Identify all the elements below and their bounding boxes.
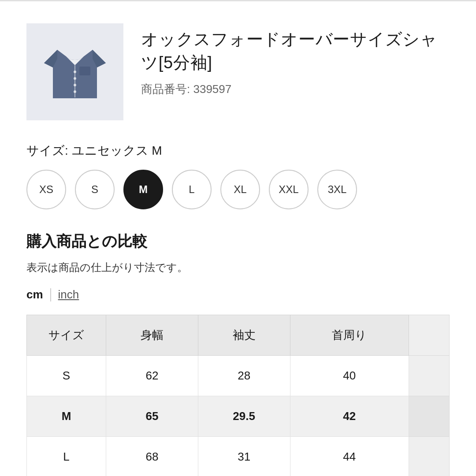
size-btn-xxl[interactable]: XXL [269, 170, 309, 209]
cell-sleeve: 28 [198, 356, 290, 396]
cell-extra-m [409, 396, 449, 437]
cell-body-width: 62 [106, 356, 198, 396]
col-header-sleeve: 袖丈 [198, 315, 290, 356]
product-image [26, 23, 123, 120]
svg-point-4 [74, 90, 76, 93]
size-btn-xs[interactable]: XS [26, 170, 66, 209]
unit-inch-button[interactable]: inch [58, 288, 79, 301]
cell-neck-m: 42 [290, 396, 409, 437]
cell-size-l: L [27, 437, 106, 476]
cell-extra-l [409, 437, 449, 476]
content-area: オックスフォードオーバーサイズシャツ[5分袖] 商品番号: 339597 サイズ… [0, 1, 476, 476]
size-section: サイズ: ユニセックス M XS S M L XL XXL 3XL [26, 142, 450, 209]
size-label: サイズ: ユニセックス M [26, 142, 450, 159]
svg-point-1 [74, 71, 76, 73]
svg-rect-5 [79, 67, 90, 75]
cell-neck: 40 [290, 356, 409, 396]
col-header-extra [409, 315, 449, 356]
col-header-size: サイズ [27, 315, 106, 356]
size-btn-xl[interactable]: XL [220, 170, 260, 209]
product-number: 商品番号: 339597 [141, 82, 450, 97]
size-btn-m[interactable]: M [123, 170, 163, 209]
size-btn-l[interactable]: L [172, 170, 212, 209]
comparison-title: 購入商品との比較 [26, 231, 450, 252]
size-btn-3xl[interactable]: 3XL [317, 170, 357, 209]
size-table: サイズ 身幅 袖丈 首周り S 62 28 40 [26, 315, 450, 476]
cell-body-width-m: 65 [106, 396, 198, 437]
comparison-desc: 表示は商品の仕上がり寸法です。 [26, 260, 450, 275]
svg-point-3 [74, 84, 76, 86]
cell-sleeve-m: 29.5 [198, 396, 290, 437]
cell-sleeve-l: 31 [198, 437, 290, 476]
product-number-value: 339597 [193, 82, 231, 96]
comparison-section: 購入商品との比較 表示は商品の仕上がり寸法です。 cm inch サイズ 身幅 … [26, 231, 450, 476]
unit-divider [50, 288, 51, 301]
page-container: オックスフォードオーバーサイズシャツ[5分袖] 商品番号: 339597 サイズ… [0, 0, 476, 476]
size-btn-s[interactable]: S [75, 170, 115, 209]
cell-size: S [27, 356, 106, 396]
shirt-icon [35, 32, 115, 112]
table-row: L 68 31 44 [27, 437, 450, 476]
cell-body-width-l: 68 [106, 437, 198, 476]
cell-size-m: M [27, 396, 106, 437]
unit-cm-button[interactable]: cm [26, 288, 43, 301]
product-header: オックスフォードオーバーサイズシャツ[5分袖] 商品番号: 339597 [26, 23, 450, 120]
svg-point-2 [74, 77, 76, 80]
cell-extra [409, 356, 449, 396]
table-header-row: サイズ 身幅 袖丈 首周り [27, 315, 450, 356]
product-info: オックスフォードオーバーサイズシャツ[5分袖] 商品番号: 339597 [141, 23, 450, 97]
unit-toggle: cm inch [26, 288, 450, 301]
col-header-body-width: 身幅 [106, 315, 198, 356]
table-row-highlighted: M 65 29.5 42 [27, 396, 450, 437]
table-row: S 62 28 40 [27, 356, 450, 396]
size-buttons: XS S M L XL XXL 3XL [26, 170, 450, 209]
product-name: オックスフォードオーバーサイズシャツ[5分袖] [141, 28, 450, 74]
cell-neck-l: 44 [290, 437, 409, 476]
col-header-neck: 首周り [290, 315, 409, 356]
product-number-label: 商品番号: [141, 82, 190, 96]
